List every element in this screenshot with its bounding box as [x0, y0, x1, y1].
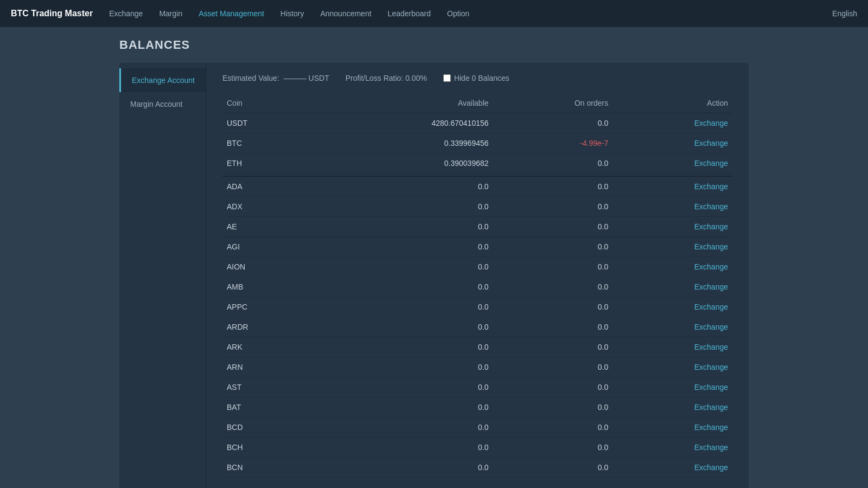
navbar: BTC Trading Master Exchange Margin Asset…	[0, 0, 868, 27]
on-orders-value: 0.0	[493, 397, 613, 418]
table-body: USDT 4280.670410156 0.0 Exchange BTC 0.3…	[222, 113, 732, 478]
exchange-action[interactable]: Exchange	[612, 237, 732, 257]
on-orders-value: 0.0	[493, 277, 613, 297]
exchange-action[interactable]: Exchange	[612, 176, 732, 197]
coin-name: BCN	[222, 458, 308, 478]
sidebar-item-margin-account[interactable]: Margin Account	[119, 92, 206, 116]
exchange-action[interactable]: Exchange	[612, 337, 732, 357]
on-orders-value: 0.0	[493, 176, 613, 197]
nav-history[interactable]: History	[280, 9, 304, 18]
coin-name: BCD	[222, 418, 308, 438]
on-orders-value: 0.0	[493, 337, 613, 357]
nav-margin[interactable]: Margin	[159, 9, 182, 18]
coin-name: BCH	[222, 438, 308, 458]
available-value: 0.0	[308, 377, 493, 397]
exchange-action[interactable]: Exchange	[612, 113, 732, 133]
table-row: AGI 0.0 0.0 Exchange	[222, 237, 732, 257]
on-orders-value: 0.0	[493, 317, 613, 337]
coin-name: BTC	[222, 133, 308, 153]
available-value: 0.0	[308, 317, 493, 337]
available-value: 0.0	[308, 458, 493, 478]
coin-name: BAT	[222, 397, 308, 418]
table-row: ADA 0.0 0.0 Exchange	[222, 176, 732, 197]
coin-name: AGI	[222, 237, 308, 257]
on-orders-value: 0.0	[493, 297, 613, 317]
available-value: 0.0	[308, 337, 493, 357]
table-row: AION 0.0 0.0 Exchange	[222, 257, 732, 277]
table-row: APPC 0.0 0.0 Exchange	[222, 297, 732, 317]
coin-name: ARK	[222, 337, 308, 357]
coin-name: AE	[222, 217, 308, 237]
available-value: 0.0	[308, 237, 493, 257]
nav-leaderboard[interactable]: Leaderboard	[388, 9, 431, 18]
exchange-action[interactable]: Exchange	[612, 357, 732, 377]
content-box: Exchange Account Margin Account Estimate…	[119, 63, 749, 488]
on-orders-value: 0.0	[493, 113, 613, 133]
table-row: ARK 0.0 0.0 Exchange	[222, 337, 732, 357]
col-coin: Coin	[222, 93, 308, 113]
table-row: ARN 0.0 0.0 Exchange	[222, 357, 732, 377]
coin-name: ARN	[222, 357, 308, 377]
coin-name: AION	[222, 257, 308, 277]
table-row: ADX 0.0 0.0 Exchange	[222, 197, 732, 217]
table-row: BCH 0.0 0.0 Exchange	[222, 438, 732, 458]
exchange-action[interactable]: Exchange	[612, 257, 732, 277]
exchange-action[interactable]: Exchange	[612, 458, 732, 478]
exchange-action[interactable]: Exchange	[612, 153, 732, 174]
coin-name: APPC	[222, 297, 308, 317]
table-area: Estimated Value: ——— USDT Profit/Loss Ra…	[206, 63, 749, 488]
exchange-action[interactable]: Exchange	[612, 418, 732, 438]
exchange-action[interactable]: Exchange	[612, 297, 732, 317]
available-value: 4280.670410156	[308, 113, 493, 133]
table-row: BTC 0.339969456 -4.99e-7 Exchange	[222, 133, 732, 153]
sidebar: Exchange Account Margin Account	[119, 63, 206, 488]
col-available: Available	[308, 93, 493, 113]
sidebar-item-exchange-account[interactable]: Exchange Account	[119, 68, 206, 92]
exchange-action[interactable]: Exchange	[612, 217, 732, 237]
available-value: 0.0	[308, 418, 493, 438]
on-orders-value: 0.0	[493, 217, 613, 237]
available-value: 0.0	[308, 176, 493, 197]
available-value: 0.0	[308, 217, 493, 237]
balances-table: Coin Available On orders Action USDT 428…	[222, 93, 732, 478]
page-title: BALANCES	[119, 38, 749, 52]
table-row: AMB 0.0 0.0 Exchange	[222, 277, 732, 297]
exchange-action[interactable]: Exchange	[612, 133, 732, 153]
exchange-action[interactable]: Exchange	[612, 317, 732, 337]
nav-asset-management[interactable]: Asset Management	[199, 9, 264, 18]
nav-option[interactable]: Option	[447, 9, 469, 18]
on-orders-value: 0.0	[493, 257, 613, 277]
available-value: 0.0	[308, 438, 493, 458]
table-row: ETH 0.390039682 0.0 Exchange	[222, 153, 732, 174]
on-orders-value: 0.0	[493, 197, 613, 217]
available-value: 0.0	[308, 277, 493, 297]
coin-name: ADA	[222, 176, 308, 197]
nav-announcement[interactable]: Announcement	[320, 9, 371, 18]
nav-exchange[interactable]: Exchange	[109, 9, 143, 18]
on-orders-value: 0.0	[493, 377, 613, 397]
profit-loss-ratio: Profit/Loss Ratio: 0.00%	[346, 74, 427, 82]
available-value: 0.339969456	[308, 133, 493, 153]
table-row: BCD 0.0 0.0 Exchange	[222, 418, 732, 438]
on-orders-value: 0.0	[493, 418, 613, 438]
hide-zero-checkbox[interactable]	[443, 74, 451, 82]
coin-name: ADX	[222, 197, 308, 217]
on-orders-value: 0.0	[493, 153, 613, 174]
language-selector[interactable]: English	[832, 9, 857, 18]
available-value: 0.0	[308, 197, 493, 217]
coin-name: USDT	[222, 113, 308, 133]
exchange-action[interactable]: Exchange	[612, 197, 732, 217]
coin-name: AST	[222, 377, 308, 397]
available-value: 0.0	[308, 357, 493, 377]
exchange-action[interactable]: Exchange	[612, 397, 732, 418]
nav-links: Exchange Margin Asset Management History…	[109, 9, 857, 18]
col-on-orders: On orders	[493, 93, 613, 113]
exchange-action[interactable]: Exchange	[612, 277, 732, 297]
exchange-action[interactable]: Exchange	[612, 438, 732, 458]
table-row: USDT 4280.670410156 0.0 Exchange	[222, 113, 732, 133]
on-orders-value: 0.0	[493, 357, 613, 377]
estimated-value-label: Estimated Value: ——— USDT	[222, 74, 329, 82]
coin-name: ETH	[222, 153, 308, 174]
on-orders-value: 0.0	[493, 438, 613, 458]
exchange-action[interactable]: Exchange	[612, 377, 732, 397]
